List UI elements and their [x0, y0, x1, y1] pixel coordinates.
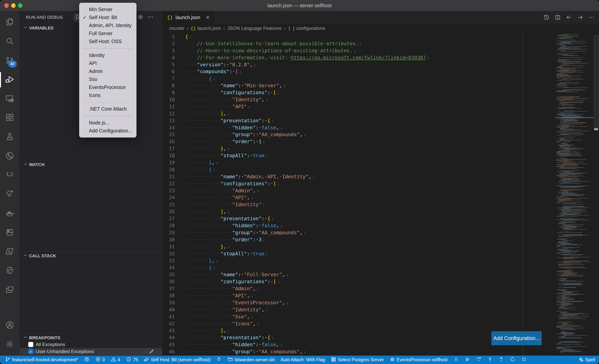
edit-pencil-icon[interactable] — [149, 349, 154, 356]
navigate-back-icon[interactable] — [565, 13, 573, 22]
code-line[interactable]: 25················"Identity"↓ — [162, 201, 430, 208]
code-line[interactable]: 14················"hidden":·false,↓ — [162, 124, 430, 131]
code-line[interactable]: 42················"Icons",↓ — [162, 320, 430, 327]
menu-item-min-server[interactable]: Min Server — [79, 5, 136, 13]
status-debug-stop[interactable] — [521, 357, 527, 363]
status-debug-session[interactable]: EventsProcessor-selfhost — [390, 357, 448, 363]
call-stack-header[interactable]: CALL STACK — [20, 252, 162, 260]
breakpoint-user-unhandled-exceptions[interactable]: ✓ User-Unhandled Exceptions — [20, 348, 162, 355]
menu-item-identity[interactable]: Identity — [79, 51, 136, 59]
status-debug-step-over[interactable] — [476, 357, 481, 363]
scrollbar-slider[interactable] — [594, 35, 599, 127]
code-line[interactable]: 26············],↓ — [162, 208, 430, 215]
status-git-branch[interactable]: feature/self-hosted-development* — [5, 357, 78, 363]
code-line[interactable]: 24················"API",↓ — [162, 194, 430, 201]
split-editor-icon[interactable] — [553, 13, 562, 22]
code-line[interactable]: 41················"Sso",↓ — [162, 313, 430, 320]
code-line[interactable]: 7········{↓ — [162, 75, 430, 82]
code-line[interactable]: 34········{↓ — [162, 264, 430, 271]
breadcrumb-item-configurations[interactable]: [ ]configurations — [288, 26, 326, 31]
activity-item-search[interactable] — [0, 32, 19, 51]
menu-item-eventsprocessor[interactable]: EventsProcessor — [79, 83, 136, 91]
status-publish-changes[interactable] — [84, 357, 89, 363]
status-warnings[interactable]: 4 — [111, 357, 120, 363]
code-line[interactable]: 32············"stopAll":·true↓ — [162, 250, 430, 257]
status-debug-continue[interactable] — [465, 357, 470, 363]
code-line[interactable]: 44············"presentation":·{↓ — [162, 334, 430, 341]
activity-item-package-explorer[interactable] — [0, 223, 19, 242]
activity-item-postgresql[interactable] — [0, 261, 19, 281]
status-debug-step-into[interactable] — [487, 357, 493, 363]
code-line[interactable]: 12············],↓ — [162, 110, 430, 117]
code-line[interactable]: 43············],↓ — [162, 327, 430, 334]
code-line[interactable]: 9············"configurations":·[↓ — [162, 89, 430, 96]
editor-scrollbar[interactable] — [594, 33, 599, 356]
minimap[interactable] — [555, 33, 594, 356]
code-line[interactable]: 19········},↓ — [162, 159, 430, 166]
menu-item-full-server[interactable]: Full Server — [79, 29, 136, 37]
activity-item-remote-explorer[interactable] — [0, 89, 19, 108]
status-debug-step-out[interactable] — [499, 357, 504, 363]
activity-item-run-and-debug[interactable] — [0, 70, 19, 89]
status-postgres-server[interactable]: Select Postgres Server — [331, 357, 384, 363]
status-debug-pause[interactable] — [453, 357, 459, 363]
code-line[interactable]: 22············"configurations":·[↓ — [162, 180, 430, 187]
code-line[interactable]: 38················"API",↓ — [162, 292, 430, 299]
activity-item-window-layouts[interactable] — [0, 281, 19, 300]
code-line[interactable]: 3····//·Hover·to·view·descriptions·of·ex… — [162, 47, 430, 54]
menu-item-net-core-attach[interactable]: .NET Core Attach — [79, 105, 136, 113]
code-line[interactable]: 1{↓ — [162, 33, 430, 40]
activity-item-powershell[interactable] — [0, 242, 19, 261]
code-line[interactable]: 6····"compounds":·[↓ — [162, 68, 430, 75]
code-line[interactable]: 36············"configurations":·[↓ — [162, 278, 430, 285]
menu-item-node-js[interactable]: Node.js... — [79, 119, 136, 127]
activity-item-git-graph[interactable] — [0, 147, 19, 166]
code-line[interactable]: 33········},↓ — [162, 257, 430, 264]
checkbox-checked[interactable]: ✓ — [28, 349, 33, 354]
add-configuration-button[interactable]: Add Configuration... — [491, 331, 542, 345]
navigate-forward-icon[interactable] — [576, 13, 585, 22]
activity-item-testing[interactable] — [0, 128, 19, 147]
code-line[interactable]: 40················"Identity",↓ — [162, 306, 430, 313]
status-errors[interactable]: 0 — [95, 357, 105, 363]
timeline-history-icon[interactable] — [542, 13, 551, 22]
code-line[interactable]: 21············"name":·"Admin,·API,·Ident… — [162, 173, 430, 180]
code-line[interactable]: 29················"group":·"AA_compounds… — [162, 229, 430, 236]
code-line[interactable]: 20········{↓ — [162, 166, 430, 173]
menu-item-api[interactable]: API — [79, 59, 136, 67]
code-line[interactable]: 27············"presentation":·{↓ — [162, 215, 430, 222]
code-line[interactable]: 10················"Identity",↓ — [162, 96, 430, 103]
status-solution[interactable]: bitwarden-server.sln — [228, 357, 275, 363]
code-line[interactable]: 16················"order":·1↓ — [162, 138, 430, 145]
more-actions-icon[interactable] — [587, 13, 596, 22]
code-line[interactable]: 11················"API"↓ — [162, 103, 430, 110]
menu-item-self-host-oss[interactable]: Self Host: OSS — [79, 37, 136, 45]
code-line[interactable]: 18············"stopAll":·true↓ — [162, 152, 430, 159]
activity-item-docker[interactable] — [0, 204, 19, 223]
activity-item-braces-extension[interactable] — [0, 166, 19, 185]
tab-launch-json[interactable]: {} launch.json × — [162, 11, 215, 24]
breakpoint-all-exceptions[interactable]: All Exceptions — [20, 341, 162, 348]
menu-item-admin-api-identity[interactable]: Admin, API, Identity — [79, 21, 136, 29]
code-line[interactable]: 28················"hidden":·false,↓ — [162, 222, 430, 229]
editor-pane[interactable]: 1{↓2····//·Use·IntelliSense·to·learn·abo… — [162, 33, 599, 356]
open-launch-json-button[interactable] — [136, 13, 145, 22]
status-infos[interactable]: 75 — [126, 357, 138, 363]
menu-item-icons[interactable]: Icons — [79, 91, 136, 99]
status-flame[interactable] — [216, 357, 222, 363]
code-line[interactable]: 5····"version":·"0.2.0",↓ — [162, 61, 430, 68]
code-line[interactable]: 45················"hidden":·false,↓ — [162, 341, 430, 348]
code-line[interactable]: 17············},↓ — [162, 145, 430, 152]
breadcrumb-item-launch-json[interactable]: {}launch.json — [191, 26, 221, 31]
status-spell-checker[interactable]: Spell — [578, 357, 595, 363]
code-line[interactable]: 23················"Admin",↓ — [162, 187, 430, 194]
breadcrumb-item-vscode[interactable]: .vscode — [168, 26, 184, 31]
code-line[interactable]: 35············"name":·"Full·Server",↓ — [162, 271, 430, 278]
code-line[interactable]: 30················"order":·3↓ — [162, 236, 430, 243]
menu-item-add-configuration[interactable]: Add Configuration... — [79, 127, 136, 135]
activity-item-accounts[interactable] — [0, 316, 19, 335]
code-line[interactable]: 15················"group":·"AA_compounds… — [162, 131, 430, 138]
code-line[interactable]: 2····//·Use·IntelliSense·to·learn·about·… — [162, 40, 430, 47]
code-line[interactable]: 37················"Admin",↓ — [162, 285, 430, 292]
code-line[interactable]: 13············"presentation":·{↓ — [162, 117, 430, 124]
